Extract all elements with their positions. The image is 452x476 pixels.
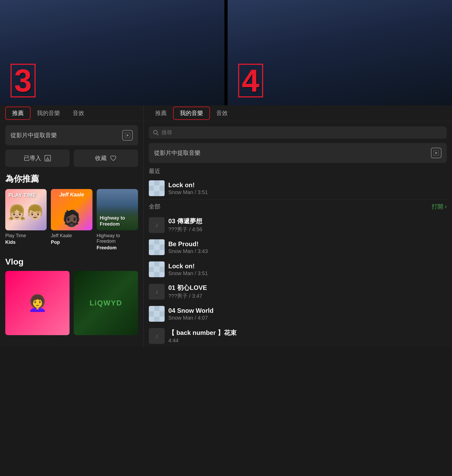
left-extract-text: 從影片中提取音樂 bbox=[11, 131, 57, 139]
all-label: 全部 bbox=[149, 203, 160, 211]
open-link[interactable]: 打開 › bbox=[432, 203, 447, 211]
song-info-2: Lock on! Snow Man / 3:51 bbox=[168, 262, 447, 276]
song-name-3: 01 初心LOVE bbox=[168, 284, 447, 292]
song-thumb-3: ♪ bbox=[149, 284, 165, 300]
vlog-card-2-img: LiQWYD bbox=[74, 271, 138, 335]
right-tab-my-music[interactable]: 我的音樂 bbox=[173, 107, 210, 120]
left-tab-bar: 推薦 我的音樂 音效 bbox=[0, 105, 143, 121]
vlog-grid: 👩‍🦱 LiQWYD bbox=[0, 271, 143, 335]
recent-label: 最近 bbox=[144, 163, 452, 177]
section-recommend-title: 為你推薦 bbox=[0, 167, 143, 189]
rec-card-jeff-img: Jeff Kaale 🧔🏿 bbox=[51, 189, 92, 230]
hero-number-4: 4 bbox=[238, 64, 263, 97]
song-item-0[interactable]: ♪ 03 傳遞夢想 ???男子 / 4:56 bbox=[144, 214, 452, 236]
right-play-icon-btn[interactable] bbox=[431, 148, 441, 158]
svg-line-5 bbox=[157, 133, 158, 135]
snow-man-thumb-4 bbox=[149, 306, 165, 322]
hero-gap bbox=[224, 0, 228, 105]
song-info-1: Be Proud! Snow Man / 3:43 bbox=[168, 240, 447, 254]
song-thumb-5: ♪ bbox=[149, 328, 165, 344]
rec-card-highway-img: Highway toFreedom bbox=[97, 189, 138, 230]
music-note-icon-3: ♪ bbox=[155, 288, 158, 295]
rec-card-jeff-genre: Pop bbox=[51, 240, 92, 245]
music-note-icon-0: ♪ bbox=[155, 221, 158, 229]
right-play-icon bbox=[434, 150, 439, 156]
btn-imported[interactable]: 已導入 bbox=[5, 150, 70, 167]
right-extract-text: 從影片中提取音樂 bbox=[154, 149, 200, 157]
song-info-3: 01 初心LOVE ???男子 / 3:47 bbox=[168, 284, 447, 300]
song-item-4[interactable]: 04 Snow World Snow Man / 4:07 bbox=[144, 303, 452, 325]
song-meta-3: ???男子 / 3:47 bbox=[168, 292, 447, 300]
jeff-name: Jeff Kaale bbox=[59, 192, 84, 198]
search-input[interactable] bbox=[161, 130, 443, 136]
rec-card-highway[interactable]: Highway toFreedom Highway to Freedom Fre… bbox=[97, 189, 138, 251]
rec-card-playtime[interactable]: PLAY TIME 👧🏼👦🏼 Play Time Kids bbox=[5, 189, 47, 251]
song-meta-2: Snow Man / 3:51 bbox=[168, 270, 447, 276]
song-item-5[interactable]: ♪ 【 back number 】花束 4:44 bbox=[144, 325, 452, 347]
btn-imported-label: 已導入 bbox=[24, 154, 41, 162]
rec-card-jeff[interactable]: Jeff Kaale 🧔🏿 Jeff Kaale Pop bbox=[51, 189, 92, 251]
hero-panel-3: 3 bbox=[0, 0, 224, 105]
left-tab-my-music[interactable]: 我的音樂 bbox=[31, 107, 66, 119]
highway-bg: Highway toFreedom bbox=[97, 189, 138, 230]
left-extract-bar[interactable]: 從影片中提取音樂 bbox=[5, 125, 138, 145]
song-thumb-2 bbox=[149, 261, 165, 277]
rec-grid: PLAY TIME 👧🏼👦🏼 Play Time Kids Jeff Kaale… bbox=[0, 189, 143, 251]
pink-bg: 👩‍🦱 bbox=[5, 271, 70, 335]
song-info-0: 03 傳遞夢想 ???男子 / 4:56 bbox=[168, 217, 447, 233]
song-item-2[interactable]: Lock on! Snow Man / 3:51 bbox=[144, 258, 452, 280]
btn-row: 已導入 收藏 bbox=[5, 150, 138, 167]
right-inner: 推薦 我的音樂 音效 從影片中提取音樂 bbox=[144, 105, 452, 347]
main-layout: 推薦 我的音樂 音效 從影片中提取音樂 已導入 bbox=[0, 105, 452, 347]
play-time-label: PLAY TIME bbox=[8, 192, 36, 198]
song-name-4: 04 Snow World bbox=[168, 307, 447, 314]
song-name-0: 03 傳遞夢想 bbox=[168, 217, 447, 225]
vlog-emoji-1: 👩‍🦱 bbox=[28, 294, 47, 313]
song-item-1[interactable]: Be Proud! Snow Man / 3:43 bbox=[144, 236, 452, 258]
search-icon bbox=[153, 130, 159, 136]
recent-song-info: Lock on! Snow Man / 3:51 bbox=[168, 181, 447, 195]
all-header: 全部 打開 › bbox=[144, 200, 452, 214]
vlog-card-1-img: 👩‍🦱 bbox=[5, 271, 70, 335]
song-name-1: Be Proud! bbox=[168, 240, 447, 248]
highway-label: Highway toFreedom bbox=[100, 215, 125, 227]
song-thumb-0: ♪ bbox=[149, 217, 165, 233]
rec-card-playtime-title: Play Time bbox=[5, 233, 47, 239]
song-info-4: 04 Snow World Snow Man / 4:07 bbox=[168, 307, 447, 321]
rec-card-highway-genre: Freedom bbox=[97, 245, 138, 251]
rec-card-jeff-title: Jeff Kaale bbox=[51, 233, 92, 239]
hero-number-3: 3 bbox=[11, 64, 36, 97]
right-extract-bar[interactable]: 從影片中提取音樂 bbox=[149, 143, 447, 163]
left-tab-recommend[interactable]: 推薦 bbox=[5, 107, 31, 120]
song-meta-5: 4:44 bbox=[168, 338, 447, 344]
left-play-icon-btn[interactable] bbox=[122, 130, 133, 141]
hero-area: 3 4 bbox=[0, 0, 452, 105]
song-name-2: Lock on! bbox=[168, 262, 447, 270]
svg-marker-7 bbox=[435, 152, 438, 154]
svg-marker-1 bbox=[127, 134, 129, 137]
liqwyd-bg: LiQWYD bbox=[74, 271, 138, 335]
vlog-card-1[interactable]: 👩‍🦱 bbox=[5, 271, 70, 335]
vlog-card-2[interactable]: LiQWYD bbox=[74, 271, 138, 335]
play-time-emoji: 👧🏼👦🏼 bbox=[8, 204, 44, 221]
btn-favorites[interactable]: 收藏 bbox=[74, 150, 138, 167]
rec-card-playtime-img: PLAY TIME 👧🏼👦🏼 bbox=[5, 189, 47, 230]
song-meta-4: Snow Man / 4:07 bbox=[168, 315, 447, 321]
left-tab-sound-effect[interactable]: 音效 bbox=[66, 107, 91, 119]
rec-card-highway-title: Highway to Freedom bbox=[97, 233, 138, 244]
right-tab-recommend[interactable]: 推薦 bbox=[149, 107, 173, 119]
song-meta-1: Snow Man / 3:43 bbox=[168, 248, 447, 254]
song-item-3[interactable]: ♪ 01 初心LOVE ???男子 / 3:47 bbox=[144, 280, 452, 303]
recent-song-item[interactable]: Lock on! Snow Man / 3:51 bbox=[144, 177, 452, 199]
right-tab-sound-effect[interactable]: 音效 bbox=[210, 107, 234, 119]
play-icon bbox=[125, 133, 130, 138]
recent-song-thumb bbox=[149, 180, 165, 196]
liqwyd-text: LiQWYD bbox=[90, 299, 122, 307]
snow-man-thumb-2 bbox=[149, 261, 165, 277]
song-name-5: 【 back number 】花束 bbox=[168, 329, 447, 337]
section-vlog-title: Vlog bbox=[0, 251, 143, 271]
jeff-kaale-bg: Jeff Kaale 🧔🏿 bbox=[51, 189, 92, 230]
song-thumb-4 bbox=[149, 306, 165, 322]
right-tab-bar: 推薦 我的音樂 音效 bbox=[144, 105, 452, 121]
right-search-bar[interactable] bbox=[149, 126, 447, 139]
